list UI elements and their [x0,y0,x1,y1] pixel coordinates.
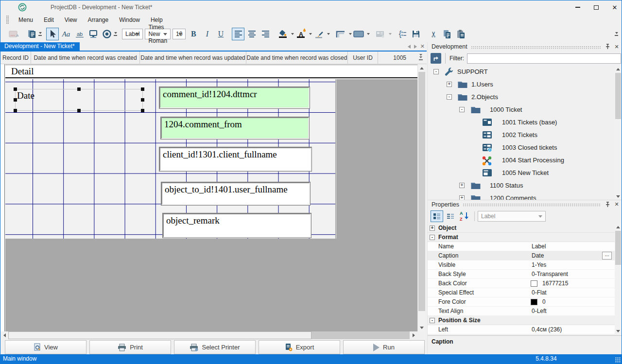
tree-expander[interactable]: + [447,82,452,87]
resize-handle[interactable] [77,109,81,112]
property-row-back-color[interactable]: Back Color 16777215 [428,279,615,288]
canvas-vertical-scrollbar[interactable] [417,64,425,331]
resize-handle[interactable] [14,109,17,112]
property-row-back-style[interactable]: Back Style 0-Transparent [428,270,615,279]
border-corner-button[interactable] [334,28,347,40]
save-button[interactable] [410,28,422,40]
object-dropdown[interactable]: Label [478,211,546,222]
goto-object-button[interactable] [431,53,441,64]
tree-item-1004-start-processing[interactable]: 1004 Start Processing [428,154,622,167]
group-expander[interactable]: - [430,318,435,323]
canvas-horizontal-scrollbar[interactable] [0,331,417,339]
property-row-fore-color[interactable]: Fore Color 0 [428,297,615,307]
tab-development-new-ticket[interactable]: Development - New Ticket* [0,42,80,51]
field-client-fullname[interactable]: client_id!1301.client_fullname [159,147,311,171]
select-pointer-button[interactable] [46,28,59,40]
resize-handle[interactable] [141,98,144,102]
font-size-combo[interactable]: 10 [173,29,186,39]
image-tool-button[interactable] [8,28,20,40]
border-corner-dropdown[interactable] [349,33,352,35]
tree-expander[interactable]: - [447,94,452,100]
filter-input[interactable] [467,53,621,64]
scroll-up-button[interactable] [615,224,622,230]
export-button[interactable]: Export [259,340,340,354]
tree-item-objects[interactable]: - 2.Objects [428,91,622,104]
tree-expander[interactable]: - [433,69,439,74]
property-group-object[interactable]: + Object [428,224,615,233]
record-header-cell[interactable]: Record ID [0,52,31,64]
horizontal-scroll-thumb[interactable] [8,331,311,339]
align-right-button[interactable] [259,28,272,40]
card-button[interactable] [374,28,387,40]
property-row-caption[interactable]: Caption Date ... [428,251,615,260]
pen-dropdown[interactable] [327,33,330,35]
scroll-left-button[interactable] [0,331,8,339]
font-color-dropdown[interactable] [309,33,312,35]
alphabetical-view-button[interactable] [444,210,457,222]
card-dropdown[interactable] [389,33,392,35]
resize-handle[interactable] [14,98,17,102]
font-color-button[interactable]: A [294,28,307,40]
print-button[interactable]: Print [89,340,171,354]
tree-expander[interactable]: - [459,107,465,112]
pin-icon[interactable] [604,43,611,51]
tree-item-1100-status[interactable]: + 1100 Status [428,179,622,192]
expression-list-button[interactable]: { [396,28,409,40]
underline-button[interactable]: U [214,28,227,40]
cut-button[interactable]: ✂ [427,28,440,40]
resize-grip[interactable] [615,357,621,363]
textbox-tool-button[interactable]: ab [73,28,86,40]
property-group-position-size[interactable]: - Position & Size [428,316,615,325]
highlight-pen-button[interactable] [312,28,325,40]
tree-expander[interactable]: + [459,195,465,200]
tree-item-1001-tickets-base[interactable]: 1001 Tickets (base) [428,116,622,129]
header-overflow-button[interactable] [419,54,423,60]
tab-scroll-left-icon[interactable] [408,45,411,49]
scroll-down-button[interactable] [615,193,622,200]
font-name-combo[interactable]: Times New Roman [145,29,171,39]
menu-item-view[interactable]: View [59,15,83,25]
tools-more-button[interactable] [114,28,117,40]
italic-button[interactable]: I [201,28,213,40]
menu-grip[interactable] [6,16,9,24]
label-tool-button[interactable]: Aa [60,28,72,40]
property-row-visible[interactable]: Visible 1-Yes [428,260,615,270]
scroll-down-button[interactable] [615,328,622,334]
bold-button[interactable]: B [187,28,200,40]
radio-tool-button[interactable] [101,28,113,40]
align-center-button[interactable] [245,28,258,40]
tree-scroll-thumb[interactable] [615,73,621,119]
tree-item-1002-tickets[interactable]: 1002 Tickets [428,129,622,141]
property-row-name[interactable]: Name Label [428,242,615,251]
menu-item-arrange[interactable]: Arrange [83,15,114,25]
field-object-remark[interactable]: object_remark [163,213,311,238]
property-row-text-align[interactable]: Text Align 0-Left [428,307,615,316]
rectangle-button[interactable] [352,28,365,40]
selected-label-date[interactable]: Date [15,89,143,111]
panel-close-button[interactable]: ✕ [613,43,621,51]
minimize-button[interactable] [569,0,587,14]
menu-item-help[interactable]: Help [145,15,168,25]
categorized-view-button[interactable] [431,210,443,222]
resize-handle[interactable] [141,87,144,91]
properties-scrollbar[interactable] [615,224,622,334]
pin-icon[interactable] [604,201,611,208]
scroll-down-button[interactable] [418,324,426,331]
group-expander[interactable]: + [430,225,435,231]
field-comment-from[interactable]: 1204.comment_from [161,117,309,139]
layers-button[interactable] [25,28,38,40]
copy-button[interactable] [441,28,453,40]
resize-handle[interactable] [77,87,81,91]
properties-scroll-thumb[interactable] [615,231,621,265]
vertical-scroll-thumb[interactable] [418,72,425,311]
tree-item-1003-closed-tickets[interactable]: 1003 Closed tickets [428,141,622,154]
rectangle-dropdown[interactable] [367,33,370,35]
menu-item-edit[interactable]: Edit [38,15,59,25]
layers-more-button[interactable] [38,28,42,40]
select-printer-button[interactable]: Select Printer [174,340,256,354]
align-left-button[interactable] [232,28,244,40]
toolbar-overflow-button[interactable] [613,28,620,40]
record-header-cell[interactable]: Date and time when record was created [31,52,140,64]
group-expander[interactable]: - [430,235,435,240]
fill-color-button[interactable] [276,28,289,40]
